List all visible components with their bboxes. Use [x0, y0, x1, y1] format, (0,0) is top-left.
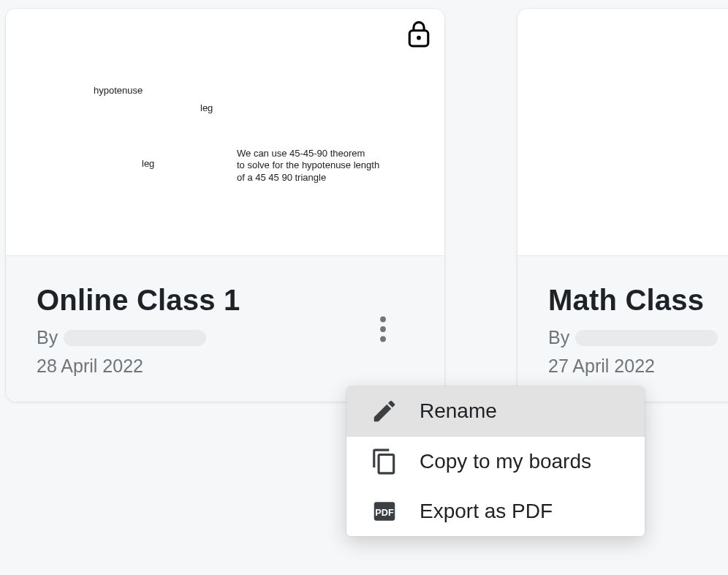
svg-point-4	[380, 337, 386, 342]
preview-label-hypotenuse: hypotenuse	[94, 85, 143, 96]
preview-label-leg-left: leg	[142, 158, 154, 169]
board-date: 27 April 2022	[548, 356, 728, 377]
byline-author-placeholder	[64, 330, 206, 346]
more-vertical-icon	[379, 316, 387, 342]
board-title: Online Class 1	[37, 284, 415, 317]
menu-item-export-pdf[interactable]: PDF Export as PDF	[346, 486, 645, 536]
svg-text:PDF: PDF	[375, 508, 394, 518]
svg-point-1	[417, 36, 421, 40]
byline-prefix: By	[548, 327, 569, 348]
menu-item-label: Export as PDF	[420, 500, 553, 523]
copy-icon	[370, 447, 399, 476]
menu-item-rename[interactable]: Rename	[346, 386, 645, 436]
menu-item-copy[interactable]: Copy to my boards	[346, 437, 645, 486]
more-options-button[interactable]	[367, 313, 399, 345]
byline-prefix: By	[37, 327, 58, 348]
board-date: 28 April 2022	[37, 356, 415, 377]
menu-item-label: Rename	[420, 399, 497, 423]
byline-author-placeholder	[575, 330, 718, 346]
pdf-icon: PDF	[370, 497, 399, 526]
board-title: Math Class	[548, 284, 728, 317]
board-card[interactable]: hypotenuse leg leg We can use 45-45-90 t…	[6, 9, 444, 402]
menu-item-label: Copy to my boards	[420, 450, 591, 473]
context-menu: Rename Copy to my boards PDF Export as P…	[346, 386, 645, 536]
svg-point-3	[380, 326, 386, 332]
board-card[interactable]: Math Class By 27 April 2022	[517, 9, 728, 402]
preview-label-leg-top: leg	[200, 102, 213, 113]
board-preview	[517, 9, 728, 256]
board-byline: By	[548, 327, 728, 348]
preview-note-line: We can use 45-45-90 theorem	[237, 148, 398, 159]
svg-point-2	[380, 317, 386, 323]
board-preview: hypotenuse leg leg We can use 45-45-90 t…	[6, 9, 444, 256]
preview-note-line: to solve for the hypotenuse length	[237, 159, 398, 171]
board-info: Math Class By 27 April 2022	[517, 256, 728, 402]
preview-note: We can use 45-45-90 theorem to solve for…	[237, 148, 398, 184]
lock-icon	[406, 19, 431, 51]
preview-note-line: of a 45 45 90 triangle	[237, 172, 398, 184]
pencil-icon	[370, 397, 399, 426]
boards-grid: hypotenuse leg leg We can use 45-45-90 t…	[0, 0, 728, 410]
board-byline: By	[37, 327, 415, 348]
board-info: Online Class 1 By 28 April 2022	[6, 256, 444, 402]
